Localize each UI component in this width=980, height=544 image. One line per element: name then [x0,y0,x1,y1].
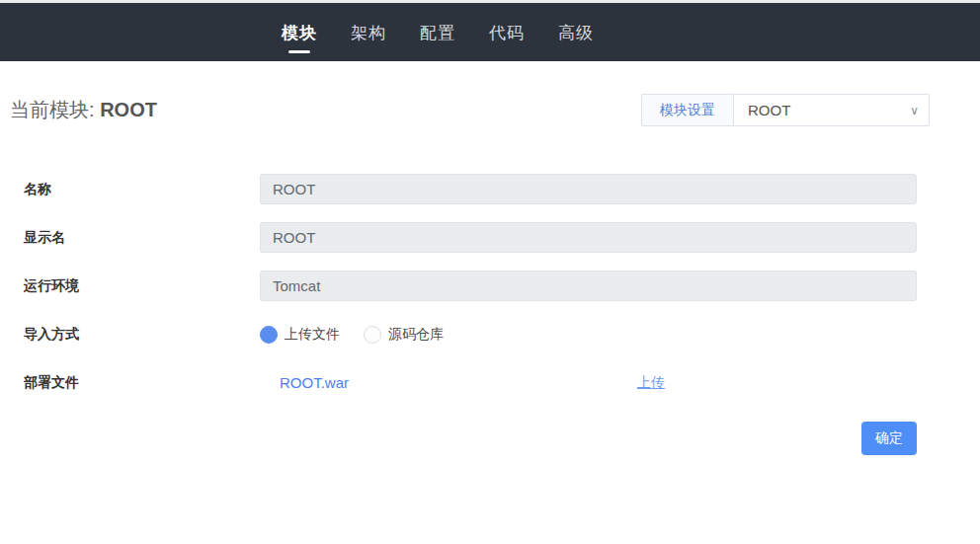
module-form: 名称 显示名 运行环境 导入方式 上传文件 源码仓库 [0,126,980,455]
tab-module[interactable]: 模块 [282,12,317,53]
tab-advanced-label: 高级 [558,24,594,42]
tab-code-label: 代码 [489,24,525,42]
module-select-value: ROOT [748,102,790,118]
tab-code[interactable]: 代码 [489,12,525,53]
radio-source-repo-label: 源码仓库 [388,326,444,344]
display-name-input[interactable] [260,222,917,253]
tab-advanced[interactable]: 高级 [558,12,594,53]
deploy-file-link[interactable]: ROOT.war [280,374,349,391]
module-select[interactable]: ROOT ∨ [733,94,930,126]
radio-selected-icon [260,326,278,344]
active-tab-underline [288,50,310,53]
import-method-field-label: 导入方式 [24,326,260,344]
nav-tabs: 模块 架构 配置 代码 高级 [282,12,594,53]
module-settings-label: 模块设置 [660,102,715,119]
tab-config[interactable]: 配置 [420,12,455,53]
field-row-display-name: 显示名 [24,222,917,253]
name-input[interactable] [260,174,917,204]
import-method-radio-group: 上传文件 源码仓库 [260,326,917,344]
deploy-file-field-label: 部署文件 [24,374,260,392]
radio-upload-file[interactable]: 上传文件 [260,326,340,344]
chevron-down-icon: ∨ [910,105,919,117]
module-settings-button[interactable]: 模块设置 [641,94,733,126]
tab-module-label: 模块 [282,24,317,42]
runtime-field-label: 运行环境 [24,277,260,295]
tab-architecture-label: 架构 [351,24,386,42]
page-title: 当前模块: ROOT [10,97,157,123]
header-row: 当前模块: ROOT 模块设置 ROOT ∨ [0,61,980,126]
tab-config-label: 配置 [420,24,455,42]
radio-upload-file-label: 上传文件 [285,326,340,344]
current-module-value: ROOT [100,99,157,120]
current-module-label: 当前模块: [10,99,100,120]
upload-link[interactable]: 上传 [637,374,665,392]
tab-architecture[interactable]: 架构 [351,12,386,53]
field-row-name: 名称 [24,174,917,204]
radio-unselected-icon [364,326,381,344]
radio-source-repo[interactable]: 源码仓库 [364,326,444,344]
display-name-field-label: 显示名 [24,229,260,247]
runtime-input[interactable] [260,271,917,301]
submit-row: 确定 [24,422,917,455]
field-row-import-method: 导入方式 上传文件 源码仓库 [24,319,917,350]
module-controls: 模块设置 ROOT ∨ [641,94,930,126]
confirm-button[interactable]: 确定 [861,422,917,455]
main-navbar: 模块 架构 配置 代码 高级 [0,3,980,61]
field-row-deploy-file: 部署文件 ROOT.war 上传 [24,367,917,398]
name-field-label: 名称 [24,181,260,198]
field-row-runtime: 运行环境 [24,271,917,301]
